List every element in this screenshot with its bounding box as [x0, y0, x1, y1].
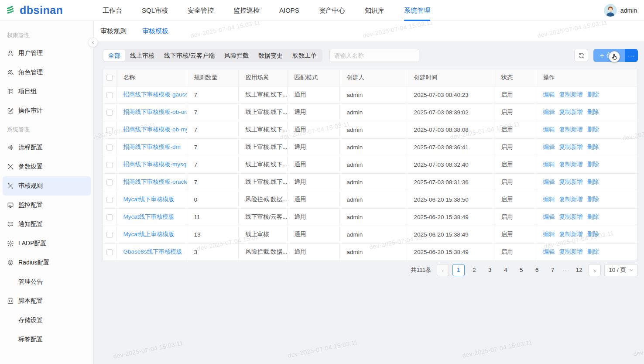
row-checkbox[interactable] [106, 162, 113, 168]
row-checkbox[interactable] [106, 249, 113, 255]
nav-item-安全管控[interactable]: 安全管控 [188, 0, 214, 21]
row-checkbox[interactable] [106, 214, 113, 220]
sidebar-item-审核规则[interactable]: 审核规则 [3, 176, 91, 196]
page-number-5[interactable]: 5 [515, 264, 528, 276]
search-input[interactable] [329, 49, 419, 62]
next-page-button[interactable]: › [589, 264, 601, 276]
row-checkbox[interactable] [106, 179, 113, 185]
action-link-删除[interactable]: 删除 [587, 91, 599, 98]
template-name-link[interactable]: 招商线下审核模板-gaussdb [123, 91, 187, 98]
row-checkbox[interactable] [106, 232, 113, 238]
action-link-删除[interactable]: 删除 [587, 196, 599, 203]
nav-item-系统管理[interactable]: 系统管理 [404, 0, 430, 21]
segment-全部[interactable]: 全部 [103, 50, 125, 61]
page-number-2[interactable]: 2 [468, 264, 480, 276]
page-number-7[interactable]: 7 [547, 264, 559, 276]
user-menu[interactable]: admin [604, 4, 644, 17]
action-link-编辑[interactable]: 编辑 [543, 161, 555, 168]
select-all-checkbox[interactable] [106, 75, 113, 81]
sidebar-item-监控配置[interactable]: 监控配置 [3, 196, 91, 215]
action-link-删除[interactable]: 删除 [587, 126, 599, 133]
template-name-link[interactable]: Gbase8s线下审核模版 [123, 248, 182, 255]
action-link-删除[interactable]: 删除 [587, 109, 599, 115]
action-link-复制新增[interactable]: 复制新增 [559, 91, 583, 98]
action-link-复制新增[interactable]: 复制新增 [559, 196, 583, 203]
action-link-复制新增[interactable]: 复制新增 [559, 179, 583, 185]
row-checkbox[interactable] [106, 197, 113, 203]
nav-item-资产中心[interactable]: 资产中心 [319, 0, 345, 21]
action-link-删除[interactable]: 删除 [587, 144, 599, 150]
action-link-删除[interactable]: 删除 [587, 213, 599, 220]
action-link-编辑[interactable]: 编辑 [543, 91, 555, 98]
action-link-删除[interactable]: 删除 [587, 248, 599, 255]
segment-风险拦截[interactable]: 风险拦截 [219, 50, 253, 61]
sidebar-collapse-button[interactable]: ‹ [88, 38, 98, 47]
action-link-复制新增[interactable]: 复制新增 [559, 161, 583, 168]
template-name-link[interactable]: 招商线下审核模板-ob-mysql [123, 126, 187, 133]
page-number-12[interactable]: 12 [573, 264, 585, 276]
segment-线上审核[interactable]: 线上审核 [125, 50, 159, 61]
template-name-link[interactable]: 招商线下审核模板-dm [123, 144, 181, 150]
sidebar-item-用户管理[interactable]: 用户管理 [3, 44, 91, 63]
sidebar-item-流程配置[interactable]: 流程配置 [3, 138, 91, 157]
sidebar-item-参数设置[interactable]: 参数设置 [3, 157, 91, 176]
sidebar-item-管理公告[interactable]: 管理公告 [3, 272, 91, 292]
template-name-link[interactable]: 招商线下审核模板-ob-oracle [123, 109, 187, 115]
action-link-复制新增[interactable]: 复制新增 [559, 231, 583, 237]
segment-线下审核/云客户端[interactable]: 线下审核/云客户端 [159, 50, 219, 61]
action-link-删除[interactable]: 删除 [587, 179, 599, 185]
action-link-复制新增[interactable]: 复制新增 [559, 144, 583, 150]
pagination-ellipsis[interactable]: ··· [562, 267, 570, 274]
sidebar-item-存储设置[interactable]: 存储设置 [3, 311, 91, 330]
action-link-编辑[interactable]: 编辑 [543, 213, 555, 220]
tab-审核模板[interactable]: 审核模板 [142, 27, 168, 35]
sidebar-item-角色管理[interactable]: 角色管理 [3, 63, 91, 82]
row-checkbox[interactable] [106, 127, 113, 133]
action-link-编辑[interactable]: 编辑 [543, 231, 555, 237]
sidebar-item-脚本配置[interactable]: 脚本配置 [3, 292, 91, 311]
nav-item-知识库[interactable]: 知识库 [365, 0, 384, 21]
action-link-复制新增[interactable]: 复制新增 [559, 109, 583, 115]
segment-取数工单[interactable]: 取数工单 [288, 50, 322, 61]
tab-审核规则[interactable]: 审核规则 [100, 27, 127, 35]
action-link-编辑[interactable]: 编辑 [543, 109, 555, 115]
action-link-删除[interactable]: 删除 [587, 231, 599, 237]
refresh-button[interactable] [574, 49, 588, 62]
template-name-link[interactable]: 招商线下审核模板-mysql [123, 161, 187, 168]
action-link-复制新增[interactable]: 复制新增 [559, 126, 583, 133]
row-checkbox[interactable] [106, 110, 113, 116]
row-checkbox[interactable] [106, 144, 113, 151]
action-link-编辑[interactable]: 编辑 [543, 126, 555, 133]
segment-数据变更[interactable]: 数据变更 [253, 50, 288, 61]
sidebar-item-项目组[interactable]: 项目组 [3, 82, 91, 101]
action-link-复制新增[interactable]: 复制新增 [559, 248, 583, 255]
template-name-link[interactable]: Mycat线下审核模版 [123, 213, 175, 220]
action-link-编辑[interactable]: 编辑 [543, 196, 555, 203]
page-number-1[interactable]: 1 [452, 264, 465, 276]
sidebar-item-操作审计[interactable]: 操作审计 [3, 101, 91, 120]
page-number-4[interactable]: 4 [500, 264, 512, 276]
sidebar-item-LADP配置[interactable]: LADP配置 [3, 234, 91, 253]
template-name-link[interactable]: Mycat线上审核模版 [123, 231, 175, 237]
action-link-复制新增[interactable]: 复制新增 [559, 213, 583, 220]
sidebar-item-通知配置[interactable]: 通知配置 [3, 215, 91, 234]
brand-logo[interactable]: dbsinan [0, 4, 94, 17]
action-link-编辑[interactable]: 编辑 [543, 179, 555, 185]
action-link-删除[interactable]: 删除 [587, 161, 599, 168]
sidebar-item-标签配置[interactable]: 标签配置 [3, 330, 91, 349]
row-checkbox[interactable] [106, 92, 113, 98]
nav-item-AIOPS[interactable]: AIOPS [279, 0, 299, 21]
page-size-select[interactable]: 10 / 页 [604, 264, 638, 276]
template-name-link[interactable]: 招商线下审核模板-oracle [123, 179, 187, 185]
nav-item-SQL审核[interactable]: SQL审核 [142, 0, 168, 21]
action-link-编辑[interactable]: 编辑 [543, 248, 555, 255]
page-number-3[interactable]: 3 [484, 264, 496, 276]
nav-item-工作台[interactable]: 工作台 [103, 0, 122, 21]
sidebar-item-Radius配置[interactable]: Radius配置 [3, 253, 91, 272]
prev-page-button[interactable]: ‹ [437, 264, 449, 276]
template-name-link[interactable]: Mycat线下审核模版 [123, 196, 175, 203]
more-actions-button[interactable]: ··· [625, 49, 638, 62]
page-number-6[interactable]: 6 [531, 264, 543, 276]
nav-item-监控巡检[interactable]: 监控巡检 [233, 0, 260, 21]
action-link-编辑[interactable]: 编辑 [543, 144, 555, 150]
